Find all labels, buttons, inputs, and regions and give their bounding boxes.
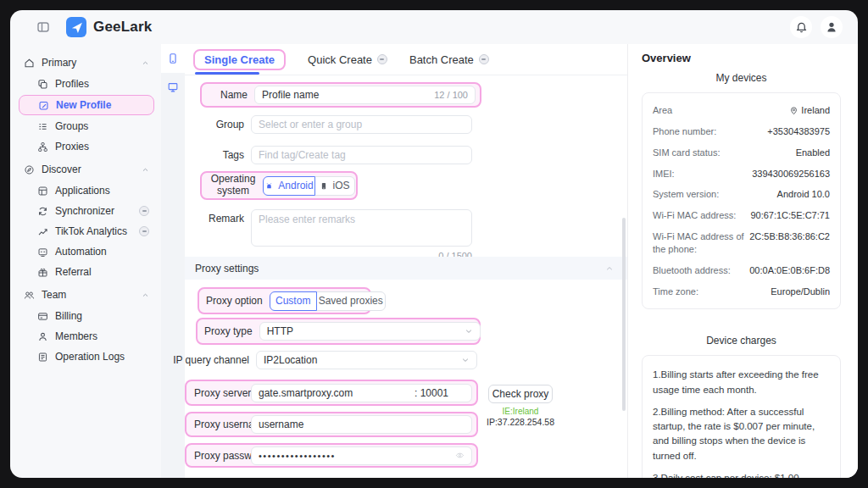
sidebar-item-tiktok-analytics[interactable]: TikTok Analytics — [19, 222, 154, 241]
tags-input[interactable] — [259, 149, 465, 161]
sidebar-section-discover[interactable]: Discover — [19, 159, 154, 180]
monitor-icon — [167, 81, 179, 93]
sidebar-item-members[interactable]: Members — [19, 327, 154, 346]
name-char-counter: 12 / 100 — [434, 90, 468, 100]
remark-textarea[interactable] — [251, 209, 472, 247]
location-pin-icon — [789, 106, 798, 115]
analytics-icon — [37, 226, 48, 237]
restricted-badge-icon — [479, 54, 489, 64]
sidebar-section-team[interactable]: Team — [19, 285, 154, 305]
sidebar-item-referral[interactable]: Referral — [19, 263, 154, 281]
charges-item: 2.Billing method: After a successful sta… — [653, 405, 830, 463]
main-content: Single Create Quick Create Batch Create … — [161, 44, 627, 478]
active-tab-indicator — [195, 72, 259, 75]
user-avatar[interactable] — [821, 16, 843, 38]
chevron-down-icon — [465, 327, 473, 336]
group-input-wrap — [251, 115, 472, 134]
tab-quick-create[interactable]: Quick Create — [308, 53, 387, 66]
name-label: Name — [209, 89, 248, 101]
brand-title: GeeLark — [93, 19, 152, 36]
sidebar-item-profiles[interactable]: Profiles — [19, 75, 154, 93]
password-visibility-icon[interactable] — [455, 451, 465, 460]
new-profile-icon — [38, 100, 49, 111]
proxy-username-input-wrap — [251, 415, 472, 434]
automation-icon — [37, 247, 48, 258]
proxy-server-port[interactable]: : 10001 — [415, 387, 448, 399]
name-input-wrap: 12 / 100 — [254, 86, 476, 104]
group-field-row: Group — [185, 115, 472, 134]
group-label: Group — [185, 119, 244, 130]
discover-icon — [24, 164, 35, 175]
os-ios-button[interactable]: iOS — [314, 176, 355, 196]
device-charges-title: Device charges — [642, 335, 841, 347]
form-scrollbar[interactable] — [622, 218, 626, 411]
chevron-up-icon — [142, 166, 149, 174]
phone-device-tab[interactable] — [161, 44, 185, 73]
name-input[interactable] — [262, 89, 434, 101]
members-icon — [37, 331, 48, 342]
proxy-settings-title: Proxy settings — [195, 263, 259, 274]
proxy-region-result: IE:Ireland — [470, 406, 571, 417]
proxy-server-host-input[interactable] — [259, 387, 386, 399]
sidebar-section-primary[interactable]: Primary — [19, 53, 154, 73]
sidebar-item-billing[interactable]: Billing — [19, 307, 154, 325]
sidebar-collapse-icon[interactable] — [36, 20, 51, 34]
os-android-button[interactable]: Android — [263, 176, 315, 196]
ip-query-channel-select[interactable]: IP2Location — [256, 351, 477, 369]
proxy-option-custom-button[interactable]: Custom — [270, 291, 317, 311]
proxy-username-input[interactable] — [259, 419, 465, 430]
ip-query-channel-label: IP query channel — [173, 354, 249, 366]
billing-card-icon — [37, 311, 48, 322]
sidebar-item-automation[interactable]: Automation — [19, 242, 154, 261]
tab-batch-create[interactable]: Batch Create — [409, 53, 489, 66]
desktop-background: GeeLark Primary Profiles New Pr — [0, 0, 868, 488]
sidebar-item-new-profile[interactable]: New Profile — [19, 95, 154, 115]
ios-icon — [320, 181, 328, 191]
proxy-username-row: Proxy username — [185, 412, 478, 437]
name-field-row: Name 12 / 100 — [200, 82, 481, 108]
device-row-bluetooth: Bluetooth address: 00:0A:0E:0B:6F:D8 — [653, 260, 830, 281]
overview-panel: Overview My devices Area Ireland Phone n… — [627, 44, 858, 478]
device-row-wifi-mac: Wi-Fi MAC address: 90:67:1C:5E:C7:71 — [653, 205, 830, 226]
my-devices-title: My devices — [642, 72, 841, 84]
tags-label: Tags — [185, 149, 244, 161]
desktop-device-tab[interactable] — [161, 73, 185, 102]
profile-form: Name 12 / 100 Group Tags — [185, 75, 627, 478]
proxy-type-select[interactable]: HTTP — [259, 322, 481, 341]
app-window: GeeLark Primary Profiles New Pr — [10, 10, 858, 478]
notification-bell-icon[interactable] — [790, 16, 812, 38]
check-proxy-result: IE:Ireland IP:37.228.254.58 — [470, 406, 571, 429]
device-row-area: Area Ireland — [653, 100, 830, 121]
profiles-icon — [37, 79, 48, 90]
device-type-strip — [161, 44, 185, 478]
device-row-imei: IMEI: 339430069256163 — [653, 164, 830, 185]
sidebar-item-operation-logs[interactable]: Operation Logs — [19, 347, 154, 366]
proxy-password-input[interactable] — [259, 451, 452, 461]
device-row-phone-number: Phone number: +35304383975 — [653, 121, 830, 142]
device-info-card: Area Ireland Phone number: +35304383975 … — [642, 92, 841, 309]
sidebar-item-groups[interactable]: Groups — [19, 117, 154, 136]
check-proxy-button[interactable]: Check proxy — [488, 385, 553, 403]
home-icon — [24, 58, 35, 69]
sidebar: Primary Profiles New Profile Groups Prox… — [10, 44, 161, 478]
operating-system-label: Operating system — [209, 174, 258, 197]
restricted-badge-icon — [139, 206, 149, 216]
tab-single-create[interactable]: Single Create — [193, 49, 286, 70]
proxies-icon — [37, 141, 48, 152]
proxy-settings-section-header[interactable]: Proxy settings — [185, 257, 627, 280]
restricted-badge-icon — [139, 226, 149, 236]
sidebar-item-proxies[interactable]: Proxies — [19, 137, 154, 156]
sidebar-item-applications[interactable]: Applications — [19, 181, 154, 200]
team-icon — [24, 290, 35, 301]
device-row-sim-status: SIM card status: Enabled — [653, 142, 830, 164]
app-header: GeeLark — [10, 10, 858, 44]
overview-title: Overview — [642, 52, 841, 64]
group-input[interactable] — [259, 119, 465, 130]
proxy-option-saved-button[interactable]: Saved proxies — [316, 291, 386, 311]
android-icon — [264, 181, 274, 191]
collapse-chevron-up-icon[interactable] — [605, 264, 614, 273]
proxy-option-row: Proxy option Custom Saved proxies — [198, 287, 371, 314]
geelark-logo-icon[interactable] — [66, 17, 86, 37]
synchronizer-icon — [37, 206, 48, 217]
sidebar-item-synchronizer[interactable]: Synchronizer — [19, 202, 154, 220]
